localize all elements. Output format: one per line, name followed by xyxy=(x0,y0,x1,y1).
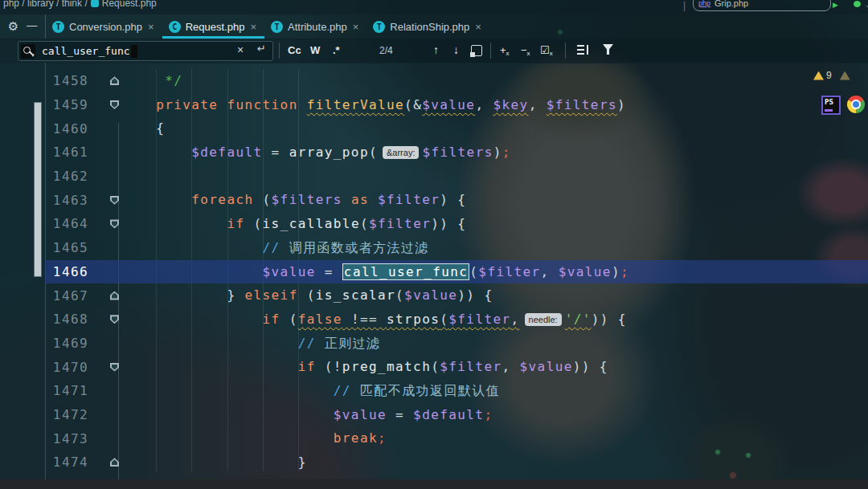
next-match-icon[interactable]: ↓ xyxy=(453,43,459,56)
close-tab-icon[interactable]: × xyxy=(475,21,481,33)
select-occurrences-icon[interactable]: ☑x xyxy=(540,44,553,57)
token: $filters xyxy=(547,97,617,112)
tab-label: Conversion.php xyxy=(69,21,142,33)
token: = xyxy=(387,407,413,422)
match-case-toggle[interactable]: Cc xyxy=(288,44,301,56)
gutter-margin xyxy=(0,355,45,379)
code-line[interactable]: 1471 // 匹配不成功返回默认值 xyxy=(0,379,868,403)
fold-down-icon[interactable] xyxy=(110,196,119,205)
search-icon[interactable]: ▼ xyxy=(21,44,35,59)
token xyxy=(121,216,227,231)
remove-occurrence-icon[interactable]: −x xyxy=(521,44,530,57)
tab-Attribute.php[interactable]: TAttribute.php× xyxy=(264,14,366,39)
inspections-widget[interactable]: 9 xyxy=(813,70,853,81)
clear-search-icon[interactable]: × xyxy=(237,43,244,56)
code-line[interactable]: 1463 foreach ($filters as $filter) { xyxy=(0,188,868,212)
code-line[interactable]: 1472 $value = $default; xyxy=(0,403,868,427)
code-line[interactable]: 1466 $value = call_user_func($filter, $v… xyxy=(0,260,868,284)
code-line[interactable]: 1461 $default = array_pop(&array:$filter… xyxy=(0,141,868,165)
fold-down-icon[interactable] xyxy=(110,100,119,109)
gutter-margin xyxy=(0,450,45,475)
code-line[interactable]: 1473 break; xyxy=(0,426,868,450)
line-number[interactable]: 1462 xyxy=(45,169,88,184)
prev-match-icon[interactable]: ↑ xyxy=(433,43,439,56)
code-line[interactable]: 1469 // 正则过滤 xyxy=(0,332,868,356)
code-line[interactable]: 1462 xyxy=(0,165,868,189)
token: 匹配不成功返回默认值 xyxy=(360,383,500,398)
line-number[interactable]: 1472 xyxy=(45,407,88,422)
divider xyxy=(565,43,566,59)
token: function xyxy=(227,97,297,112)
line-number[interactable]: 1458 xyxy=(45,73,88,88)
phpstorm-icon[interactable]: PS xyxy=(821,96,841,115)
gutter-margin xyxy=(0,165,45,189)
code-line[interactable]: 1464 if (is_callable($filter)) { xyxy=(0,212,868,236)
hide-panel-icon[interactable]: — xyxy=(27,19,37,31)
code-line[interactable]: 1470 if (!preg_match($filter, $value)) { xyxy=(0,355,868,379)
tab-Conversion.php[interactable]: TConversion.php× xyxy=(46,14,162,39)
search-match: call_user_func xyxy=(342,263,469,280)
close-tab-icon[interactable]: × xyxy=(353,21,359,33)
new-line-icon[interactable]: ↵ xyxy=(257,43,266,55)
search-results-lines-icon[interactable] xyxy=(577,45,588,55)
tab-label: RelationShip.php xyxy=(390,21,469,33)
tab-Request.php[interactable]: CRequest.php× xyxy=(162,14,264,39)
fold-up-icon[interactable] xyxy=(110,76,119,85)
fold-up-icon[interactable] xyxy=(110,291,119,300)
run-config-select[interactable]: php Grip.php xyxy=(693,0,831,11)
regex-toggle[interactable]: .* xyxy=(333,44,340,56)
filter-icon[interactable] xyxy=(603,44,613,55)
line-number[interactable]: 1466 xyxy=(45,264,88,279)
token: ( xyxy=(431,359,440,374)
gutter-margin xyxy=(0,260,45,284)
line-number[interactable]: 1471 xyxy=(45,383,88,398)
token: (! xyxy=(316,359,342,374)
line-number[interactable]: 1467 xyxy=(45,288,88,304)
line-number[interactable]: 1460 xyxy=(45,121,88,137)
token: $value xyxy=(404,287,457,303)
find-bar: ▼ call_user_func × ↵ Cc W .* 2/4 ↑ ↓ +x … xyxy=(0,39,868,63)
close-tab-icon[interactable]: × xyxy=(148,21,154,33)
token xyxy=(121,145,191,160)
line-number[interactable]: 1463 xyxy=(45,193,88,208)
fold-down-icon[interactable] xyxy=(110,363,119,372)
line-number[interactable]: 1468 xyxy=(45,312,88,327)
run-button[interactable]: ▶ xyxy=(833,1,842,9)
line-number[interactable]: 1459 xyxy=(45,97,88,112)
chrome-icon[interactable] xyxy=(847,96,865,113)
line-number[interactable]: 1469 xyxy=(45,336,88,351)
select-all-matches-icon[interactable] xyxy=(471,45,482,56)
code-line[interactable]: 1460 { xyxy=(0,116,868,141)
code-line[interactable]: 1468 if (false !== strpos($filter,needle… xyxy=(0,308,868,332)
code-line[interactable]: 1458 */ xyxy=(0,69,868,93)
line-number[interactable]: 1461 xyxy=(45,145,88,160)
add-occurrence-icon[interactable]: +x xyxy=(500,44,510,57)
tab-bar-tools: ⚙ — xyxy=(0,14,46,39)
debug-button[interactable] xyxy=(854,1,863,9)
code-text: } elseif (is_scalar($value)) { xyxy=(121,283,493,308)
token: ) xyxy=(617,97,626,112)
breadcrumb[interactable]: php / library / think /Request.php xyxy=(3,0,157,9)
close-tab-icon[interactable]: × xyxy=(250,21,256,33)
code-line[interactable]: 1459 private function filterValue(&$valu… xyxy=(0,93,868,117)
search-input[interactable]: call_user_func xyxy=(42,45,130,57)
fold-up-icon[interactable] xyxy=(110,458,119,467)
code-editor[interactable]: 1458 */1459 private function filterValue… xyxy=(0,63,868,479)
code-line[interactable]: 1465 // 调用函数或者方法过滤 xyxy=(0,236,868,260)
search-field[interactable]: ▼ call_user_func xyxy=(18,41,273,61)
code-line[interactable]: 1467 } elseif (is_scalar($value)) { xyxy=(0,283,868,308)
line-number[interactable]: 1473 xyxy=(45,431,88,446)
gear-icon[interactable]: ⚙ xyxy=(8,19,18,34)
tab-RelationShip.php[interactable]: TRelationShip.php× xyxy=(366,14,489,39)
fold-down-icon[interactable] xyxy=(110,315,119,324)
words-toggle[interactable]: W xyxy=(310,44,320,56)
run-more-chevron-icon[interactable]: ⌄ xyxy=(865,1,868,9)
token: // xyxy=(263,240,289,255)
code-line[interactable]: 1474 } xyxy=(0,450,868,475)
line-number[interactable]: 1465 xyxy=(45,240,88,255)
token xyxy=(121,264,263,279)
line-number[interactable]: 1474 xyxy=(45,454,88,470)
line-number[interactable]: 1470 xyxy=(45,360,88,375)
line-number[interactable]: 1464 xyxy=(45,216,88,231)
fold-down-icon[interactable] xyxy=(110,219,119,228)
